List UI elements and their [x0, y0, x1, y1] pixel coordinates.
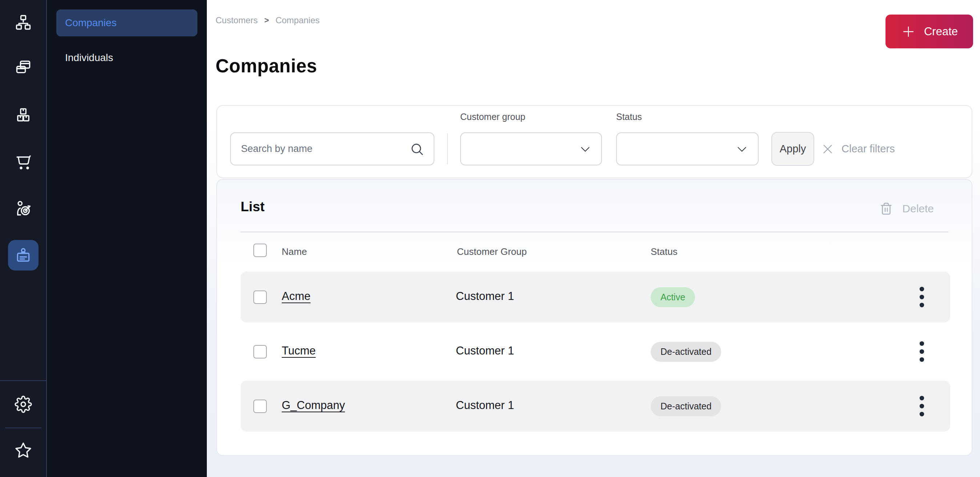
rail-divider	[0, 380, 46, 381]
billing-cards-icon[interactable]	[8, 52, 38, 83]
trash-icon	[880, 202, 893, 215]
chevron-down-icon	[735, 143, 748, 156]
company-name-link[interactable]: Tucme	[282, 344, 316, 358]
column-header-name: Name	[282, 246, 307, 258]
page-title: Companies	[216, 55, 317, 77]
settings-gear-icon[interactable]	[8, 389, 38, 420]
table-row: Tucme Customer 1 De-activated	[241, 326, 950, 377]
close-icon	[821, 143, 834, 156]
breadcrumb-customers[interactable]: Customers	[216, 15, 258, 25]
status-select[interactable]	[616, 132, 759, 165]
org-chart-icon[interactable]	[8, 7, 38, 38]
list-card: List Delete Name Customer Group Status A…	[216, 179, 972, 456]
create-button-label: Create	[924, 25, 958, 38]
customer-group-label: Customer group	[460, 111, 525, 122]
search-input[interactable]	[231, 143, 410, 154]
create-button[interactable]: Create	[886, 14, 973, 48]
status-label: Status	[616, 111, 642, 122]
app-root: Companies Individuals Customers > Compan…	[0, 0, 980, 477]
company-name-link[interactable]: Acme	[282, 290, 310, 303]
apply-button[interactable]: Apply	[772, 132, 814, 166]
customer-group-cell: Customer 1	[456, 399, 514, 412]
customers-subnav: Companies Individuals	[47, 0, 207, 477]
sidebar-item-individuals[interactable]: Individuals	[56, 45, 197, 71]
list-title: List	[241, 199, 265, 215]
delete-button[interactable]: Delete	[880, 202, 934, 215]
row-checkbox[interactable]	[253, 399, 267, 413]
icon-rail	[0, 0, 47, 477]
row-checkbox[interactable]	[253, 291, 267, 304]
delete-button-label: Delete	[902, 202, 934, 215]
favorites-star-icon[interactable]	[8, 435, 38, 466]
table-row: G_Company Customer 1 De-activated	[241, 381, 950, 432]
customer-group-cell: Customer 1	[456, 344, 514, 358]
company-name-link[interactable]: G_Company	[282, 399, 345, 412]
plus-icon	[901, 24, 916, 39]
sidebar-item-companies[interactable]: Companies	[56, 10, 197, 37]
rail-divider	[5, 428, 41, 428]
status-badge: Active	[651, 287, 695, 307]
column-header-status: Status	[651, 246, 678, 258]
audience-target-icon[interactable]	[8, 193, 38, 224]
main-content: Customers > Companies Create Companies C…	[207, 0, 980, 477]
customer-badge-icon[interactable]	[8, 240, 38, 270]
row-checkbox[interactable]	[253, 345, 267, 358]
search-icon	[410, 142, 424, 156]
filter-divider	[447, 134, 448, 164]
status-badge: De-activated	[651, 342, 721, 362]
breadcrumb-companies[interactable]: Companies	[275, 15, 320, 25]
clear-filters-label: Clear filters	[842, 143, 895, 155]
packages-icon[interactable]	[8, 99, 38, 130]
shopping-cart-icon[interactable]	[8, 146, 38, 177]
breadcrumb: Customers > Companies	[216, 15, 320, 25]
chevron-down-icon	[579, 143, 592, 156]
customer-group-cell: Customer 1	[456, 290, 514, 303]
row-actions-kebab-icon[interactable]	[913, 286, 931, 308]
customer-group-select[interactable]	[460, 132, 602, 165]
status-badge: De-activated	[651, 396, 721, 416]
row-actions-kebab-icon[interactable]	[913, 395, 931, 417]
row-actions-kebab-icon[interactable]	[913, 341, 931, 363]
breadcrumb-separator-icon: >	[264, 16, 269, 25]
list-divider	[241, 232, 948, 232]
clear-filters-button[interactable]: Clear filters	[821, 132, 895, 166]
column-header-group: Customer Group	[457, 246, 527, 258]
table-row: Acme Customer 1 Active	[241, 272, 950, 323]
filter-card: Customer group Status Apply Clear filter…	[216, 105, 972, 178]
select-all-checkbox[interactable]	[253, 243, 267, 257]
search-box	[230, 132, 434, 165]
